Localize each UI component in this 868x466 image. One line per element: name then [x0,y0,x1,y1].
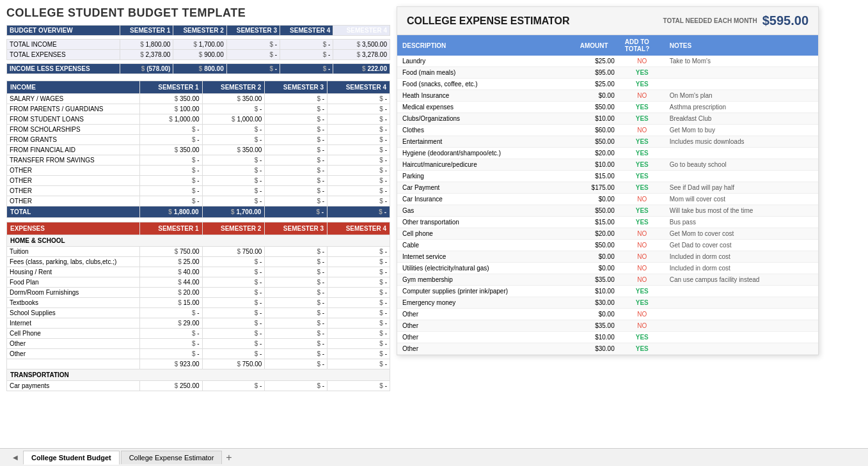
expenses-col-s4: SEMESTER 4 [327,222,390,235]
estimator-desc-17: Internet service [397,251,575,263]
income-row-4: FROM GRANTS $ - $ - $ - $ - [7,135,390,145]
estimator-amount-9: $10.00 [575,159,620,171]
estimator-add-13: YES [620,205,665,217]
estimator-row-14: Other transportation $15.00 YES Bus pass [397,217,818,228]
income-row-6: TRANSFER FROM SAVINGS $ - $ - $ - $ - [7,155,390,166]
expense-row-1: Fees (class, parking, labs, clubs,etc.;)… [7,257,390,267]
estimator-add-3: NO [620,90,665,102]
income-header: INCOME [7,81,140,94]
estimator-row-1: Food (main meals) $95.00 YES [397,67,818,79]
estimator-amount-23: $35.00 [575,320,620,332]
estimator-notes-8 [665,148,818,159]
estimator-row-2: Food (snacks, coffee, etc.) $25.00 YES [397,79,818,90]
income-total-label: TOTAL [7,206,140,218]
estimator-row-23: Other $35.00 NO [397,320,818,332]
estimator-add-25: YES [620,343,665,355]
expenses-col-s1: SEMESTER 1 [139,222,202,235]
estimator-amount-12: $0.00 [575,194,620,205]
estimator-notes-0: Take to Mom's [665,56,818,67]
estimator-amount-25: $30.00 [575,343,620,355]
income-row-3: FROM SCHOLARSHIPS $ - $ - $ - $ - [7,125,390,135]
expense-row-9: Other $ - $ - $ - $ - [7,339,390,349]
estimator-row-24: Other $10.00 YES [397,332,818,343]
estimator-add-8: YES [620,148,665,159]
estimator-amount-8: $20.00 [575,148,620,159]
estimator-notes-3: On Mom's plan [665,90,818,102]
estimator-add-21: YES [620,297,665,309]
estimator-add-12: NO [620,194,665,205]
overview-col-s4: SEMESTER 4 [280,26,333,36]
estimator-notes-12: Mom will cover cost [665,194,818,205]
home-school-category: HOME & SCHOOL [7,235,390,247]
estimator-notes-2 [665,79,818,90]
estimator-notes-25 [665,343,818,355]
estimator-row-0: Laundry $25.00 NO Take to Mom's [397,56,818,67]
estimator-add-2: YES [620,79,665,90]
estimator-row-21: Emergency money $30.00 YES [397,297,818,309]
expenses-col-s3: SEMESTER 3 [265,222,327,235]
estimator-notes-6: Get Mom to buy [665,125,818,136]
estimator-notes-4: Asthma prescription [665,102,818,113]
income-col-s4: SEMESTER 4 [327,81,390,94]
tab-college-student-budget[interactable]: College Student Budget [23,451,120,465]
income-table: INCOME SEMESTER 1 SEMESTER 2 SEMESTER 3 … [6,81,390,218]
estimator-add-16: NO [620,240,665,251]
estimator-notes-14: Bus pass [665,217,818,228]
page-title: COLLEGE STUDENT BUDGET TEMPLATE [6,6,390,20]
overview-col-total: SEMESTER 4 [333,26,390,36]
estimator-col-add: ADD TO TOTAL? [620,35,665,56]
estimator-amount-3: $0.00 [575,90,620,102]
expense-row-10: Other $ - $ - $ - $ - [7,349,390,359]
estimator-amount-16: $50.00 [575,240,620,251]
tab-college-expense-estimator[interactable]: College Expense Estimator [121,451,223,464]
estimator-add-10: YES [620,171,665,182]
estimator-row-16: Cable $50.00 NO Get Dad to cover cost [397,240,818,251]
estimator-desc-1: Food (main meals) [397,67,575,79]
estimator-desc-23: Other [397,320,575,332]
expense-row-4: Dorm/Room Furnishings $ 20.00 $ - $ - $ … [7,288,390,298]
estimator-amount-13: $50.00 [575,205,620,217]
estimator-notes-15: Get Mom to cover cost [665,228,818,240]
overview-header: BUDGET OVERVIEW [7,26,120,36]
expenses-table: EXPENSES SEMESTER 1 SEMESTER 2 SEMESTER … [6,222,390,391]
estimator-amount-10: $15.00 [575,171,620,182]
estimator-notes-17: Included in dorm cost [665,251,818,263]
overview-col-s3: SEMESTER 3 [226,26,280,36]
estimator-desc-21: Emergency money [397,297,575,309]
expense-row-8: Cell Phone $ - $ - $ - $ - [7,329,390,339]
estimator-amount-19: $35.00 [575,274,620,286]
estimator-add-17: NO [620,251,665,263]
estimator-amount-6: $60.00 [575,125,620,136]
estimator-notes-16: Get Dad to cover cost [665,240,818,251]
estimator-notes-1 [665,67,818,79]
estimator-amount-4: $50.00 [575,102,620,113]
expenses-col-s2: SEMESTER 2 [202,222,265,235]
total-expenses-row: TOTAL EXPENSES $ 2,378.00 $ 900.00 $ - $… [7,50,390,60]
expense-row-7: Internet $ 29.00 $ - $ - $ - [7,318,390,329]
estimator-desc-18: Utilities (electricity/natural gas) [397,263,575,274]
estimator-add-11: YES [620,182,665,194]
estimator-desc-8: Hygiene (deodorant/shampoo/etc.) [397,148,575,159]
estimator-card: COLLEGE EXPENSE ESTIMATOR TOTAL NEEDED E… [397,6,819,355]
estimator-notes-5: Breakfast Club [665,113,818,125]
estimator-amount-24: $10.00 [575,332,620,343]
estimator-row-25: Other $30.00 YES [397,343,818,355]
estimator-add-20: YES [620,286,665,297]
estimator-col-notes: NOTES [665,35,818,56]
estimator-add-15: NO [620,228,665,240]
estimator-desc-16: Cable [397,240,575,251]
estimator-add-18: NO [620,263,665,274]
tab-bar: ◀ College Student Budget College Expense… [0,448,868,466]
estimator-amount-22: $0.00 [575,309,620,320]
income-row-2: FROM STUDENT LOANS $ 1,000.00 $ 1,000.00… [7,114,390,125]
income-row-9: OTHER $ - $ - $ - $ - [7,186,390,196]
estimator-notes-18: Included in dorm cost [665,263,818,274]
income-less-row: INCOME LESS EXPENSES $ (578.00) $ 800.00… [7,64,390,74]
income-col-s1: SEMESTER 1 [139,81,202,94]
estimator-amount-7: $50.00 [575,136,620,148]
tab-add-button[interactable]: + [226,452,232,463]
estimator-row-6: Clothes $60.00 NO Get Mom to buy [397,125,818,136]
estimator-row-7: Entertainment $50.00 YES Includes music … [397,136,818,148]
estimator-notes-22 [665,309,818,320]
tab-prev-arrow[interactable]: ◀ [13,454,18,461]
